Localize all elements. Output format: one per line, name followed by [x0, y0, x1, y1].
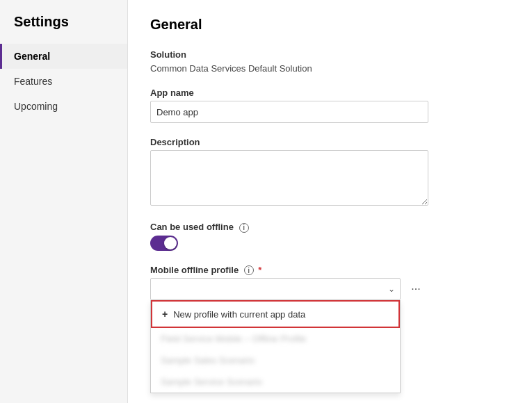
sidebar-title: Settings [0, 14, 127, 44]
new-profile-label: New profile with current app data [173, 309, 305, 320]
main-content: General Solution Common Data Services De… [128, 0, 532, 403]
more-options-button[interactable]: ··· [406, 279, 426, 299]
mobile-profile-input[interactable] [150, 278, 401, 300]
sidebar-item-features[interactable]: Features [0, 69, 127, 94]
sidebar: Settings General Features Upcoming [0, 0, 128, 403]
mobile-profile-info-icon: i [244, 265, 254, 275]
toggle-thumb [164, 237, 177, 249]
offline-info-icon: i [239, 223, 249, 233]
app-name-label: App name [150, 88, 510, 98]
blurred-item-2: Sample Sales Scenario [151, 349, 400, 371]
description-input[interactable] [150, 150, 428, 206]
mobile-profile-field: Mobile offline profile i * ⌄ + New profi… [150, 265, 510, 301]
blurred-item-1: Field Service Mobile – Offline Profile [151, 328, 400, 349]
app-name-field: App name [150, 88, 510, 123]
offline-toggle-container [150, 236, 510, 251]
blurred-item-3: Sample Service Scenario [151, 371, 400, 393]
page-title: General [150, 17, 510, 33]
description-field: Description [150, 137, 510, 208]
plus-icon: + [162, 309, 168, 320]
dropdown-menu: + New profile with current app data Fiel… [150, 300, 401, 393]
new-profile-item[interactable]: + New profile with current app data [151, 300, 400, 328]
mobile-profile-label: Mobile offline profile i * [150, 265, 510, 276]
app-name-input[interactable] [150, 101, 428, 123]
solution-value: Common Data Services Default Solution [150, 63, 312, 74]
offline-field: Can be used offline i [150, 222, 510, 251]
offline-label: Can be used offline i [150, 222, 510, 233]
solution-field: Solution Common Data Services Default So… [150, 49, 510, 74]
mobile-profile-dropdown-row: ⌄ + New profile with current app data Fi… [150, 278, 510, 300]
mobile-profile-dropdown-wrapper: ⌄ + New profile with current app data Fi… [150, 278, 401, 300]
description-label: Description [150, 137, 510, 147]
required-star: * [258, 265, 261, 275]
solution-label: Solution [150, 49, 510, 60]
sidebar-item-upcoming[interactable]: Upcoming [0, 94, 127, 119]
offline-toggle[interactable] [150, 236, 178, 251]
sidebar-item-general[interactable]: General [0, 44, 127, 69]
